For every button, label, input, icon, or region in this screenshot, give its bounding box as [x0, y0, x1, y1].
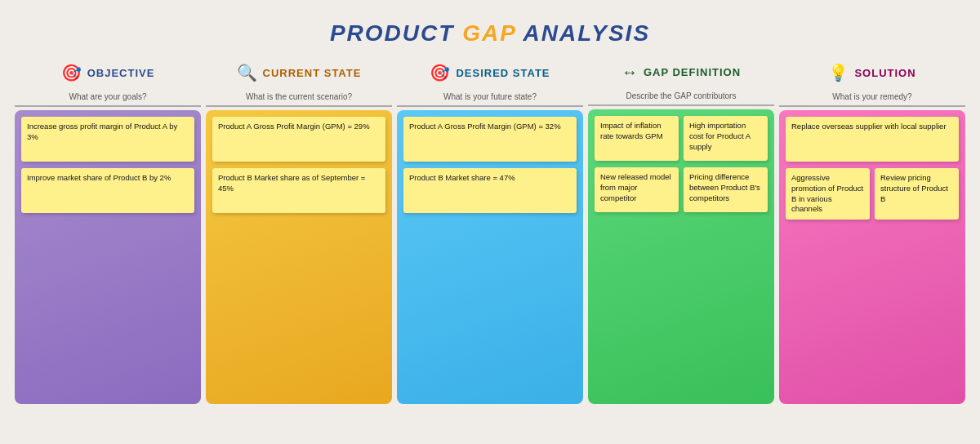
- current-label: CURRENT STATE: [263, 67, 362, 79]
- solution-subtitle: What is your remedy?: [779, 89, 965, 107]
- title-gap: GAP: [462, 20, 523, 46]
- desired-note-2: Product B Market share = 47%: [403, 168, 577, 213]
- current-note-1: Product A Gross Profit Margin (GPM) = 29…: [212, 117, 385, 162]
- objective-icon: 🎯: [61, 63, 82, 82]
- gap-header: ↔ GAP DEFINITION: [588, 56, 774, 88]
- objective-label: OBJECTIVE: [87, 67, 155, 79]
- objective-note-2: Improve market share of Product B by 2%: [21, 168, 194, 213]
- desired-subtitle: What is your future state?: [397, 89, 583, 107]
- gap-label: GAP DEFINITION: [644, 66, 741, 78]
- current-subtitle: What is the current scenario?: [206, 89, 392, 107]
- desired-icon: 🎯: [430, 63, 451, 82]
- gap-icon: ↔: [621, 63, 639, 82]
- title-product: PRODUCT: [330, 20, 462, 46]
- gap-note-3: New released model from major competitor: [595, 167, 679, 212]
- objective-note-1: Increase gross profit margin of Product …: [21, 117, 194, 162]
- current-note-2: Product B Market share as of September =…: [212, 168, 385, 213]
- solution-label: SOLUTION: [854, 67, 915, 79]
- column-current: 🔍 CURRENT STATE What is the current scen…: [206, 56, 392, 404]
- desired-note-1: Product A Gross Profit Margin (GPM) = 32…: [403, 117, 577, 162]
- title-analysis: ANALYSIS: [523, 20, 651, 46]
- gap-subtitle: Describe the GAP contributors: [588, 88, 774, 106]
- column-objective: 🎯 OBJECTIVE What are your goals? Increas…: [15, 56, 201, 404]
- page-title: PRODUCT GAP ANALYSIS: [8, 8, 972, 56]
- desired-header: 🎯 DESIRED STATE: [397, 56, 583, 89]
- current-header: 🔍 CURRENT STATE: [206, 56, 392, 89]
- objective-subtitle: What are your goals?: [15, 89, 201, 107]
- solution-row-2: Aggressive promotion of Product B in var…: [786, 168, 959, 220]
- current-icon: 🔍: [237, 63, 258, 82]
- current-body: Product A Gross Profit Margin (GPM) = 29…: [206, 110, 392, 404]
- solution-note-3: Review pricing structure of Product B: [875, 168, 959, 220]
- column-solution: 💡 SOLUTION What is your remedy? Replace …: [779, 56, 965, 404]
- objective-body: Increase gross profit margin of Product …: [15, 110, 201, 404]
- columns-container: 🎯 OBJECTIVE What are your goals? Increas…: [8, 56, 972, 404]
- solution-row-1: Replace overseas supplier with local sup…: [786, 117, 959, 162]
- desired-label: DESIRED STATE: [456, 67, 550, 79]
- solution-header: 💡 SOLUTION: [779, 56, 965, 89]
- desired-body: Product A Gross Profit Margin (GPM) = 32…: [397, 110, 583, 404]
- gap-row-2: New released model from major competitor…: [595, 167, 768, 212]
- gap-body: Impact of inflation rate towards GPM Hig…: [588, 109, 774, 404]
- solution-note-2: Aggressive promotion of Product B in var…: [786, 168, 870, 220]
- objective-header: 🎯 OBJECTIVE: [15, 56, 201, 89]
- gap-note-4: Pricing difference between Product B's c…: [684, 167, 768, 212]
- gap-note-1: Impact of inflation rate towards GPM: [595, 116, 679, 161]
- gap-note-2: High importation cost for Product A supp…: [684, 116, 768, 161]
- gap-row-1: Impact of inflation rate towards GPM Hig…: [595, 116, 768, 161]
- solution-note-1: Replace overseas supplier with local sup…: [786, 117, 959, 162]
- solution-body: Replace overseas supplier with local sup…: [779, 110, 965, 404]
- column-gap: ↔ GAP DEFINITION Describe the GAP contri…: [588, 56, 774, 404]
- column-desired: 🎯 DESIRED STATE What is your future stat…: [397, 56, 583, 404]
- solution-icon: 💡: [828, 63, 849, 82]
